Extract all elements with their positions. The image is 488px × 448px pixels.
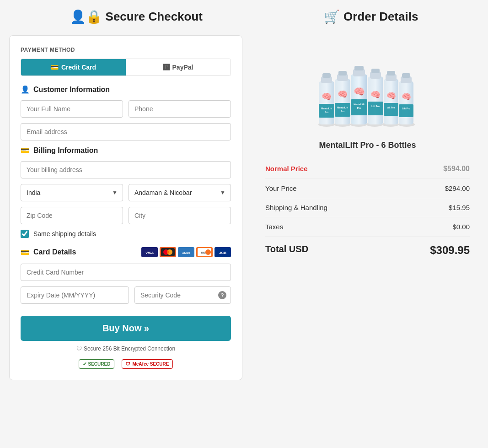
paypal-label: PayPal bbox=[172, 64, 193, 71]
same-shipping-row: Same shipping details bbox=[21, 230, 231, 238]
mastercard-icon bbox=[160, 247, 176, 257]
svg-text:MentalLift: MentalLift bbox=[321, 107, 332, 110]
svg-text:Pro: Pro bbox=[340, 110, 344, 113]
svg-rect-41 bbox=[371, 69, 380, 73]
paypal-icon: 🅿 bbox=[163, 64, 170, 71]
country-wrapper: India USA UK ▼ bbox=[21, 184, 123, 201]
shipping-value: $15.95 bbox=[449, 204, 470, 211]
credit-card-label: Credit Card bbox=[61, 64, 96, 71]
paypal-tab[interactable]: 🅿 PayPal bbox=[126, 59, 231, 76]
security-code-wrapper: ? bbox=[134, 286, 231, 304]
payment-method-label: PAYMENT METHOD bbox=[21, 47, 231, 53]
taxes-label: Taxes bbox=[265, 223, 283, 231]
normal-price-label: Normal Price bbox=[265, 165, 308, 173]
svg-text:🧠: 🧠 bbox=[322, 92, 332, 102]
full-name-input[interactable] bbox=[21, 100, 123, 118]
region-select[interactable]: Andaman & Nicobar Delhi Mumbai bbox=[129, 184, 231, 201]
secured-shield-icon: ✔ bbox=[83, 362, 86, 367]
card-icons-group: VISA AMEX bbox=[141, 247, 231, 257]
shield-icon: 🛡 bbox=[76, 345, 82, 352]
svg-text:Lift Pro: Lift Pro bbox=[402, 107, 410, 110]
secured-badge: ✔ SECURED bbox=[79, 359, 115, 369]
visa-icon: VISA bbox=[141, 247, 158, 257]
page-headers: 👤🔒 Secure Checkout 🛒 Order Details bbox=[9, 9, 479, 24]
svg-text:Lift Pro: Lift Pro bbox=[371, 105, 380, 108]
svg-text:🧠: 🧠 bbox=[370, 90, 381, 100]
product-image-area: MentalLift Pro 🧠 MentalLift Pro 🧠 bbox=[265, 40, 470, 131]
buy-now-button[interactable]: Buy Now » bbox=[21, 316, 231, 341]
product-name: MentalLift Pro - 6 Bottles bbox=[265, 140, 470, 150]
expiry-input[interactable] bbox=[21, 286, 129, 304]
country-select[interactable]: India USA UK bbox=[21, 184, 123, 201]
svg-rect-45 bbox=[384, 79, 398, 124]
email-row bbox=[21, 123, 231, 140]
svg-rect-20 bbox=[322, 73, 331, 78]
svg-text:VISA: VISA bbox=[145, 251, 154, 255]
svg-text:MentalLift: MentalLift bbox=[354, 103, 365, 106]
billing-address-input[interactable] bbox=[21, 161, 231, 178]
total-label: Total USD bbox=[265, 244, 308, 257]
cart-icon: 🛒 bbox=[324, 9, 340, 24]
svg-rect-25 bbox=[335, 79, 350, 124]
price-table: Normal Price $594.00 Your Price $294.00 … bbox=[265, 159, 470, 262]
same-shipping-checkbox[interactable] bbox=[21, 230, 29, 238]
amex-icon: AMEX bbox=[178, 247, 194, 257]
svg-rect-27 bbox=[338, 71, 347, 76]
svg-text:🧠: 🧠 bbox=[338, 89, 348, 99]
svg-rect-51 bbox=[399, 81, 413, 124]
lock-person-icon: 👤🔒 bbox=[70, 9, 102, 24]
product-bottles: MentalLift Pro 🧠 MentalLift Pro 🧠 bbox=[304, 40, 432, 131]
expiry-security-row: ? bbox=[21, 286, 231, 304]
email-input[interactable] bbox=[21, 123, 231, 140]
order-details-header: 🛒 Order Details bbox=[324, 9, 418, 24]
zip-input[interactable] bbox=[21, 207, 123, 224]
your-price-label: Your Price bbox=[265, 184, 297, 192]
billing-info-heading: 💳 Billing Information bbox=[21, 146, 231, 155]
svg-text:JCB: JCB bbox=[219, 251, 226, 255]
svg-rect-54 bbox=[399, 104, 413, 117]
discover-icon: DISC bbox=[196, 247, 213, 257]
svg-rect-39 bbox=[368, 76, 383, 124]
your-price-row: Your Price $294.00 bbox=[265, 179, 470, 198]
content-area: PAYMENT METHOD 💳 Credit Card 🅿 PayPal 👤 … bbox=[9, 35, 479, 380]
svg-rect-18 bbox=[319, 81, 334, 124]
phone-input[interactable] bbox=[129, 100, 231, 118]
secure-checkout-title: Secure Checkout bbox=[106, 10, 203, 24]
card-number-input[interactable] bbox=[21, 264, 231, 281]
svg-text:Pro: Pro bbox=[324, 111, 328, 113]
order-details-panel: MentalLift Pro 🧠 MentalLift Pro 🧠 bbox=[256, 35, 479, 267]
credit-card-icon: 💳 bbox=[51, 64, 59, 71]
credit-card-tab[interactable]: 💳 Credit Card bbox=[21, 59, 126, 76]
normal-price-row: Normal Price $594.00 bbox=[265, 159, 470, 179]
svg-rect-47 bbox=[387, 71, 395, 76]
secure-checkout-header: 👤🔒 Secure Checkout bbox=[70, 9, 203, 24]
total-row: Total USD $309.95 bbox=[265, 237, 470, 262]
security-help-icon[interactable]: ? bbox=[218, 291, 226, 299]
svg-point-9 bbox=[205, 249, 211, 255]
card-number-row bbox=[21, 264, 231, 281]
checkout-panel: PAYMENT METHOD 💳 Credit Card 🅿 PayPal 👤 … bbox=[9, 35, 242, 380]
your-price-value: $294.00 bbox=[445, 184, 470, 192]
region-wrapper: Andaman & Nicobar Delhi Mumbai ▼ bbox=[129, 184, 231, 201]
mcafee-icon: 🛡 bbox=[126, 362, 130, 367]
svg-rect-48 bbox=[384, 103, 398, 116]
svg-text:Alt Pro: Alt Pro bbox=[387, 106, 394, 109]
security-code-input[interactable] bbox=[134, 286, 231, 304]
svg-text:Pro: Pro bbox=[357, 107, 360, 109]
svg-text:🧠: 🧠 bbox=[401, 92, 411, 102]
billing-address-row bbox=[21, 161, 231, 178]
customer-info-heading: 👤 Customer Information bbox=[21, 85, 231, 94]
taxes-value: $0.00 bbox=[452, 223, 470, 231]
svg-rect-42 bbox=[368, 102, 383, 115]
svg-text:AMEX: AMEX bbox=[182, 252, 190, 254]
card-details-icon: 💳 bbox=[21, 248, 30, 257]
billing-icon: 💳 bbox=[21, 146, 30, 155]
same-shipping-label[interactable]: Same shipping details bbox=[33, 230, 96, 237]
svg-text:MentalLift: MentalLift bbox=[337, 106, 348, 109]
jcb-icon: JCB bbox=[215, 247, 231, 257]
normal-price-value: $594.00 bbox=[443, 165, 470, 173]
trust-badges: ✔ SECURED 🛡 McAfee SECURE bbox=[21, 359, 231, 369]
city-input[interactable] bbox=[129, 207, 231, 224]
total-value: $309.95 bbox=[430, 244, 470, 257]
shipping-row: Shipping & Handling $15.95 bbox=[265, 198, 470, 217]
